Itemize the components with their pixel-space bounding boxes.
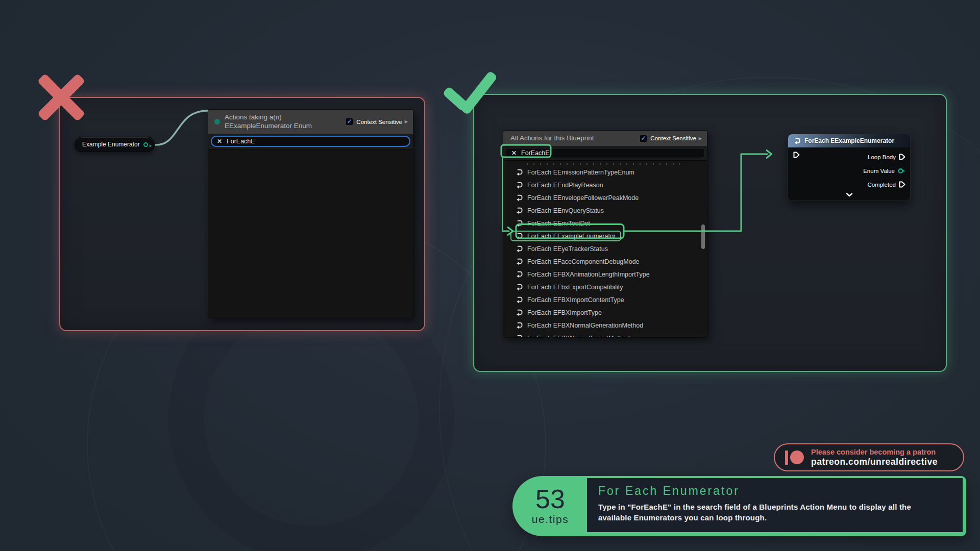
tip-number-badge: 53 ue.tips	[512, 476, 588, 536]
context-sensitive-label: Context Sensitive	[356, 119, 402, 125]
list-item[interactable]: ForEach EFaceComponentDebugMode	[503, 255, 707, 268]
node-pin-row[interactable]: Completed	[863, 178, 905, 191]
context-action-menu: Actions taking a(n) EExampleEnumerator E…	[208, 109, 413, 318]
submenu-arrow-icon[interactable]: ▶	[699, 136, 702, 141]
node-title-bar[interactable]: ForEach EExampleEnumerator	[788, 134, 910, 147]
list-item-label: ForEach EFBXImportType	[527, 309, 602, 316]
foreach-loop-icon	[514, 309, 523, 316]
wrong-example-panel: Example Enumerator Actions taking a(n) E…	[59, 97, 425, 331]
list-item[interactable]: ForEach EExampleEnumerator	[503, 230, 707, 242]
empty-results-area	[208, 149, 413, 318]
menu-title-line2: EExampleEnumerator Enum	[225, 122, 312, 130]
action-results-list[interactable]: ForEach EEmissionPatternTypeEnum ForEach…	[503, 160, 707, 337]
enum-output-pin-icon[interactable]	[143, 142, 148, 147]
search-strip: ✕ ForEachE	[208, 134, 413, 149]
foreach-loop-icon	[514, 321, 523, 329]
context-sensitive-label: Context Sensitive	[650, 135, 696, 141]
list-item-label: ForEach EExampleEnumerator	[527, 233, 616, 240]
node-pin-row[interactable]: Enum Value	[863, 164, 905, 178]
menu-title: All Actions for this Blueprint	[510, 134, 594, 142]
node-pin-row[interactable]: Loop Body	[863, 150, 905, 164]
list-item-label: ForEach EEnvQueryStatus	[527, 207, 604, 214]
pin-label: Completed	[867, 182, 896, 188]
list-item[interactable]: ForEach EFBXAnimationLengthImportType	[503, 268, 707, 281]
foreach-loop-icon	[514, 194, 523, 202]
list-item-label: ForEach EFaceComponentDebugMode	[527, 258, 640, 265]
foreach-loop-icon	[514, 258, 523, 265]
foreach-loop-icon	[514, 296, 523, 304]
scrollbar-thumb[interactable]	[701, 224, 705, 249]
enum-type-dot-icon	[214, 119, 220, 124]
wrong-x-mark-icon	[33, 68, 90, 126]
foreach-loop-icon	[514, 334, 523, 337]
menu-header: All Actions for this Blueprint ✓ Context…	[503, 131, 707, 146]
foreach-loop-icon	[793, 137, 801, 144]
collapse-chevron-icon[interactable]	[846, 193, 853, 197]
context-sensitive-checkbox[interactable]: ✓	[640, 135, 647, 142]
exec-pin-icon[interactable]	[899, 154, 905, 160]
patreon-message: Please consider becoming a patron	[811, 447, 938, 457]
node-output-pins: Loop Body Enum Value	[863, 150, 905, 191]
list-item[interactable]: ForEach EEnvelopeFollowerPeakMode	[503, 191, 707, 204]
foreach-loop-icon	[514, 232, 523, 240]
search-value: ForEachE	[521, 149, 550, 157]
search-value: ForEachE	[227, 138, 255, 145]
correct-check-mark-icon	[442, 65, 503, 120]
submenu-arrow-icon[interactable]: ▶	[405, 119, 408, 124]
tip-description: Type in "ForEachE" in the search field o…	[598, 502, 925, 523]
list-item[interactable]: ForEach EEnvQueryStatus	[503, 204, 707, 217]
list-item[interactable]: ForEach EFBXImportType	[503, 306, 707, 319]
pin-label: Enum Value	[863, 168, 895, 174]
exec-pin-icon[interactable]	[899, 181, 905, 188]
tip-title: For Each Enumerator	[598, 484, 953, 498]
list-item[interactable]: ForEach EEyeTrackerStatus	[503, 242, 707, 255]
list-item-label: ForEach EEnvelopeFollowerPeakMode	[527, 194, 639, 202]
foreach-loop-icon	[514, 270, 523, 278]
list-item-label: ForEach EFBXAnimationLengthImportType	[527, 271, 650, 278]
clear-search-icon[interactable]: ✕	[217, 138, 222, 145]
list-item[interactable]: ForEach EFbxExportCompatibility	[503, 281, 707, 293]
search-input[interactable]: ✕ ForEachE	[211, 136, 410, 147]
list-item-label: ForEach EEnvTestDot	[527, 220, 590, 227]
enum-pin-icon[interactable]	[898, 168, 905, 174]
list-item[interactable]: ForEach EEmissionPatternTypeEnum	[503, 166, 707, 179]
patreon-logo-icon	[785, 450, 803, 465]
list-item[interactable]: ForEach EFBXNormalImportMethod	[503, 332, 707, 337]
foreach-loop-icon	[514, 181, 523, 189]
clipped-list-row	[527, 163, 680, 165]
foreach-loop-icon	[514, 245, 523, 253]
menu-header: Actions taking a(n) EExampleEnumerator E…	[208, 110, 413, 134]
correct-example-panel: All Actions for this Blueprint ✓ Context…	[473, 94, 947, 372]
context-sensitive-checkbox[interactable]: ✓	[346, 118, 353, 125]
menu-title-line1: Actions taking a(n)	[225, 113, 312, 121]
patreon-url[interactable]: patreon.com/unrealdirective	[811, 457, 938, 467]
list-item[interactable]: ForEach EFBXNormalGenerationMethod	[503, 319, 707, 332]
clear-search-icon[interactable]: ✕	[511, 149, 517, 157]
list-item-label: ForEach EEyeTrackerStatus	[527, 245, 608, 253]
foreach-loop-icon	[514, 207, 523, 214]
page: Example Enumerator Actions taking a(n) E…	[0, 0, 980, 551]
list-item[interactable]: ForEach EEnvTestDot	[503, 217, 707, 230]
patreon-banner[interactable]: Please consider becoming a patron patreo…	[774, 443, 964, 471]
list-item[interactable]: ForEach EFBXImportContentType	[503, 293, 707, 306]
search-input[interactable]: ✕ ForEachE	[506, 148, 704, 158]
node-label: Example Enumerator	[82, 141, 140, 148]
foreach-loop-icon	[514, 168, 523, 176]
foreach-loop-icon	[514, 219, 523, 227]
all-actions-menu: All Actions for this Blueprint ✓ Context…	[503, 130, 707, 338]
list-item-label: ForEach EFBXImportContentType	[527, 296, 624, 304]
tip-info-box: For Each Enumerator Type in "ForEachE" i…	[587, 478, 963, 532]
list-item[interactable]: ForEach EEndPlayReason	[503, 179, 707, 191]
list-item-label: ForEach EFBXNormalGenerationMethod	[527, 322, 643, 329]
tip-number: 53	[535, 487, 565, 512]
foreach-blueprint-node[interactable]: ForEach EExampleEnumerator Loop Body	[788, 134, 911, 201]
list-item-label: ForEach EFbxExportCompatibility	[527, 284, 623, 291]
example-enumerator-node[interactable]: Example Enumerator	[75, 137, 155, 152]
node-title: ForEach EExampleEnumerator	[804, 137, 894, 144]
exec-input-pin-icon[interactable]	[793, 152, 800, 158]
list-item-label: ForEach EFBXNormalImportMethod	[527, 335, 630, 338]
pin-label: Loop Body	[868, 154, 896, 160]
search-strip: ✕ ForEachE	[503, 146, 707, 160]
foreach-loop-icon	[514, 283, 523, 291]
menu-title: Actions taking a(n) EExampleEnumerator E…	[225, 113, 312, 130]
